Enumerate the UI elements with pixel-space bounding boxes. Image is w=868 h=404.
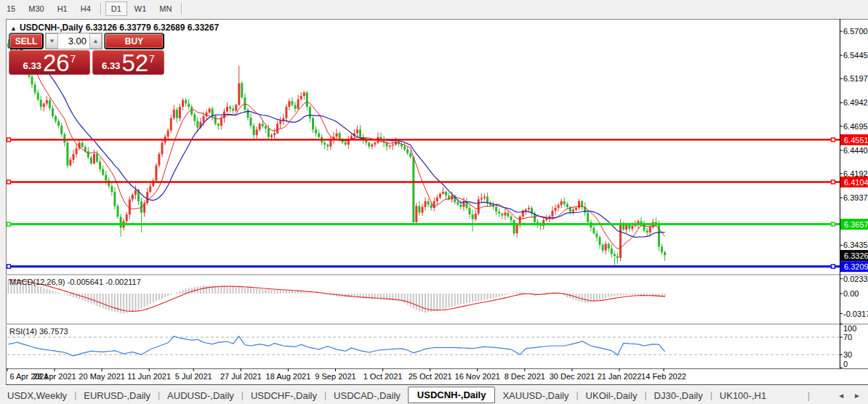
tab-eurusd-daily[interactable]: EURUSD-,Daily [76,388,158,403]
hline-handle[interactable] [832,180,835,184]
symbol-title: USDCNH-,Daily [20,23,83,33]
svg-text:6.41043: 6.41043 [844,178,868,187]
hline-handle[interactable] [7,222,11,226]
svg-text:6.36570: 6.36570 [844,220,868,229]
date-label: 8 Dec 2021 [505,372,545,381]
sell-price-box[interactable]: 6.33 26 7 [9,50,90,75]
hline-handle[interactable] [832,264,835,268]
svg-text:6.46950: 6.46950 [843,122,868,131]
buy-button[interactable]: BUY [104,33,164,49]
tab-usdcad-daily[interactable]: USDCAD-,Daily [326,388,408,403]
svg-text:6.34350: 6.34350 [843,241,868,249]
date-label: 16 Nov 2021 [455,372,500,381]
volume-input[interactable] [58,33,89,49]
svg-text:6.44400: 6.44400 [843,146,868,155]
symbol-title-line: ▲USDCNH-,Daily 6.33126 6.33779 6.32689 6… [10,23,219,33]
buy-price-big: 52 [121,52,148,73]
tab-usdchf-daily[interactable]: USDCHF-,Daily [244,388,324,403]
collapse-arrow-icon[interactable]: ▲ [10,25,17,32]
buy-price-pip: 7 [149,54,155,63]
tab-scroll-left-icon[interactable]: ◄ [837,392,845,400]
tab-uk100-h1[interactable]: UK100-,H1 [712,388,773,403]
svg-text:30: 30 [843,350,852,359]
ohlc-values: 6.33126 6.33779 6.32689 6.33267 [86,23,220,33]
sell-button[interactable]: SELL [9,33,44,49]
sell-price-big: 26 [43,52,70,73]
tab-scroll-controls: |◄► [808,390,868,401]
date-label: 20 May 2021 [79,372,125,381]
date-label: 14 Feb 2022 [641,372,686,381]
date-label: 18 Aug 2021 [266,372,311,381]
hline-handle[interactable] [7,264,11,268]
svg-text:100: 100 [843,324,856,333]
hline-handle[interactable] [832,222,835,226]
date-label: 25 Oct 2021 [409,372,452,381]
svg-text:0.023365: 0.023365 [843,275,868,283]
tab-ukoil-daily[interactable]: UKOil-,Daily [579,388,645,403]
date-label: 30 Dec 2021 [550,372,595,381]
rsi-label: RSI(14) 36.7573 [9,327,68,336]
date-label: 5 Jul 2021 [175,372,212,381]
svg-text:6.39375: 6.39375 [843,193,868,202]
buy-price-box[interactable]: 6.33 52 7 [92,50,164,75]
tab-usdx-weekly[interactable]: USDX,Weekly [0,388,74,403]
date-label: 27 Jul 2021 [220,372,262,381]
svg-text:-0.031744: -0.031744 [843,310,868,318]
svg-text:6.33267: 6.33267 [844,251,868,260]
date-label: 21 Jan 2022 [598,372,642,381]
hline-handle[interactable] [832,138,835,142]
tab-usdcnh-daily[interactable]: USDCNH-,Daily [408,387,496,403]
svg-text:0: 0 [843,360,848,368]
svg-text:70: 70 [843,333,852,342]
macd-label: MACD(12,26,9) -0.005641 -0.002117 [9,278,141,286]
volume-spinner: ▼ ▲ [45,33,103,49]
volume-increase-icon[interactable]: ▲ [89,33,102,49]
one-click-trade-panel: SELL ▼ ▲ BUY 6.33 26 7 6.33 52 7 [9,33,164,75]
svg-text:6.51975: 6.51975 [843,74,868,83]
svg-text:0.00: 0.00 [843,289,859,298]
svg-text:6.54450: 6.54450 [843,51,868,60]
tab-xauusd-daily[interactable]: XAUUSD-,Daily [495,388,576,403]
buy-price-prefix: 6.33 [102,60,120,71]
date-label: 1 Oct 2021 [363,372,403,381]
tab-audusd-daily[interactable]: AUDUSD-,Daily [160,388,241,403]
date-label: 11 Jun 2021 [127,372,171,381]
svg-text:6.49425: 6.49425 [843,98,868,107]
tab-separator: | [808,390,810,401]
hline-handle[interactable] [7,180,11,184]
svg-text:6.32098: 6.32098 [844,262,868,271]
svg-text:6.57000: 6.57000 [843,27,868,36]
sell-price-pip: 7 [71,54,76,63]
svg-text:6.45515: 6.45515 [844,136,868,145]
tab-scroll-right-icon[interactable]: ► [853,392,861,400]
volume-decrease-icon[interactable]: ▼ [46,33,58,49]
tab-dj30-daily[interactable]: DJ30-,Daily [647,388,710,403]
symbol-tab-bar: USDX,Weekly|EURUSD-,Daily|AUDUSD-,Daily|… [0,385,868,404]
hline-handle[interactable] [7,138,11,142]
date-label: 9 Sep 2021 [315,372,355,381]
sell-price-prefix: 6.33 [23,60,41,71]
date-label: 28 Apr 2021 [33,372,76,381]
